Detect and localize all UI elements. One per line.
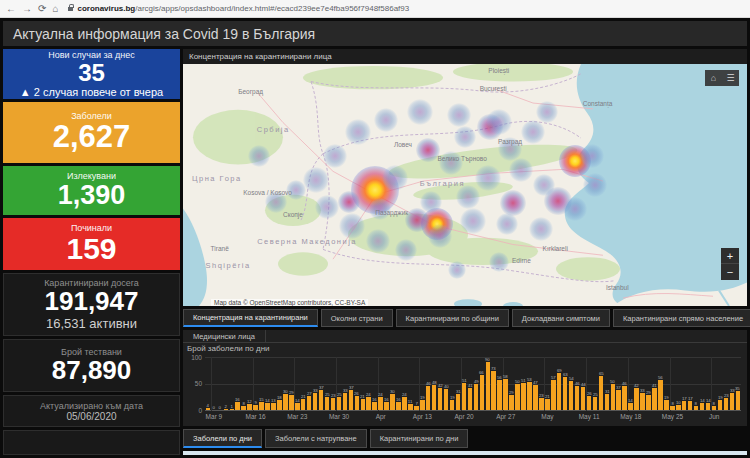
bar-value-label: 51 [521,379,526,383]
back-icon[interactable]: ← [6,4,16,14]
bar-value-label: 24 [366,393,371,397]
chart-panel: Медицински лица Брой заболели по дни 100… [183,330,747,426]
bar-value-label: 16 [396,397,401,401]
bar-value-label: 21 [360,395,365,399]
bar-value-label: 54 [569,377,574,381]
reload-icon[interactable]: ⟳ [38,4,46,14]
y-tick-50: 50 [195,380,202,387]
bar-rect [724,398,729,410]
url-text[interactable]: coronavirus.bg/arcgis/apps/opsdashboard/… [77,4,409,13]
bar-value-label: 56 [497,376,502,380]
dashboard-title-bar: Актуална информация за Covid 19 в Българ… [3,21,747,46]
panel-tested: Брой тествани 87,890 [3,339,180,392]
bar-value-label: 33 [342,388,347,392]
bar-value-label: 14 [295,398,300,402]
bar-rect [533,385,538,410]
bar-rect [640,393,645,410]
map-tab[interactable]: Докладвани симптоми [512,309,610,327]
bar-value-label: 13 [271,399,276,403]
bar-rect [712,406,717,410]
bar-rect [289,395,294,410]
bar-value-label: 65 [598,371,603,375]
bar-rect [599,376,604,410]
new-cases-title: Нови случаи за днес [48,50,135,60]
chart-title: Брой заболели по дни [183,343,747,354]
zoom-in-button[interactable]: + [721,248,739,264]
bar-value-label: 7 [415,402,417,406]
y-tick-100: 100 [191,354,202,361]
bar-rect [277,400,282,410]
browser-chrome: ← → ⟳ ⌂ coronavirus.bg/arcgis/apps/opsda… [0,0,750,18]
updated-date: 05/06/2020 [66,411,116,422]
map-base-layer [183,64,747,306]
dashboard: Актуална информация за Covid 19 в Българ… [0,18,750,458]
home-icon[interactable]: ⌂ [52,4,58,14]
bar-value-label: 4 [207,404,209,408]
bar-value-label: 90 [485,358,490,362]
bar-rect [563,377,568,410]
bar-value-label: 8 [695,401,697,405]
bar-rect [497,380,502,410]
new-cases-delta: ▲ 2 случая повече от вчера [20,86,163,98]
tested-value: 87,890 [52,357,132,384]
bar-rect [420,400,425,410]
map-tab[interactable]: Концентрация на карантинирани [183,309,318,327]
bar-rect [611,384,616,411]
bar-value-label: 19 [718,396,723,400]
infected-value: 2,627 [53,121,131,154]
bar-rect [486,362,491,410]
panel-empty [3,430,180,455]
bar-value-label: 31 [456,389,461,393]
bar-value-label: 8 [671,401,673,405]
map-tab[interactable]: Карантинирани спрямо население [613,309,750,327]
bar-value-label: 14 [265,398,270,402]
zoom-out-button[interactable]: − [721,264,739,280]
bar-value-label: 73 [491,367,496,371]
bottom-strip [183,451,747,455]
bar-value-label: 41 [468,384,473,388]
bar-rect [480,375,485,410]
bar-value-label: 18 [277,396,282,400]
map-zoom-control: + − [721,248,739,280]
bar-value-label: 63 [563,372,568,376]
bar-value-label: 35 [735,387,740,391]
x-tick-label: Mar 30 [329,413,349,420]
bottom-tab[interactable]: Карантинирани по дни [370,429,469,448]
bottom-tab[interactable]: Заболели по дни [183,429,262,448]
map-canvas[interactable]: БеоградСрбијаЦрна ГораKosova / KosovoСко… [183,64,747,306]
bar-rect [664,400,669,410]
panel-quarantined: Карантинирани досега 191,947 16,531 акти… [3,273,180,336]
bar-rect [271,403,276,410]
bar-value-label: 48 [432,380,437,384]
bar-value-label: 25 [325,392,330,396]
bar-value-label: 2 [225,405,227,409]
bar-value-label: 33 [313,388,318,392]
bottom-tab[interactable]: Заболели с натрупване [265,429,367,448]
map-legend-icon[interactable]: ☰ [722,70,739,86]
bar-rect [605,394,610,410]
map-tab[interactable]: Околни страни [321,309,393,327]
bar-value-label: 15 [259,398,264,402]
tab-medical-staff[interactable]: Медицински лица [183,330,266,342]
map-home-icon[interactable]: ⌂ [705,70,722,86]
bar-rect [396,402,401,410]
bar-value-label: 50 [610,379,615,383]
forward-icon[interactable]: → [22,4,32,14]
bar-value-label: 27 [307,391,312,395]
address-bar[interactable]: coronavirus.bg/arcgis/apps/opsdashboard/… [64,4,744,13]
map-attribution: Map data © OpenStreetMap contributors, C… [211,299,368,306]
map-tab[interactable]: Карантинирани по общини [396,309,509,327]
bar-rect [319,390,324,410]
bar-rect [361,399,366,410]
bar-value-label: 37 [348,386,353,390]
bar-value-label: 14 [706,398,711,402]
bar-value-label: 14 [700,398,705,402]
bar[interactable]: 35 [735,357,741,410]
bar-value-label: 37 [319,386,324,390]
deaths-value: 159 [66,233,116,265]
bar-value-label: 26 [354,392,359,396]
bar-value-label: 25 [337,392,342,396]
bar-rect [355,396,360,410]
bar-rect [265,403,270,410]
bar-value-label: 16 [235,397,240,401]
